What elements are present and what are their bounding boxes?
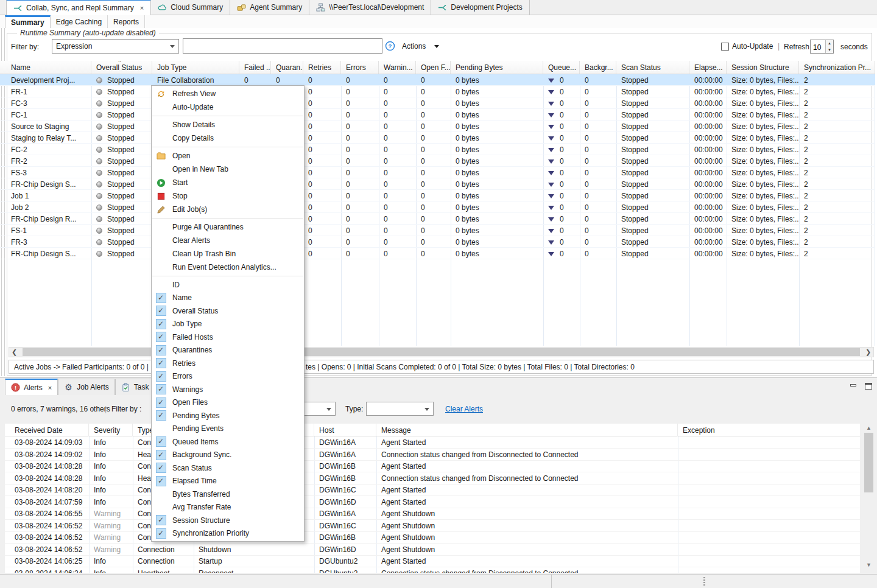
vertical-scrollbar[interactable]: ▲ ▼ [864,424,874,570]
clear-alerts-link[interactable]: Clear Alerts [445,405,483,413]
column-header-name[interactable]: Name [6,61,91,74]
tab-edge-caching[interactable]: Edge Caching [51,15,108,28]
tab-job-alerts[interactable]: ⚙Job Alerts [58,379,115,395]
column-header-message[interactable]: Message [376,424,678,436]
table-row[interactable]: FR-1Stopped00000 bytes00Stopped00:00:00S… [0,86,875,97]
column-header-scan_status[interactable]: Scan Status [616,61,689,74]
scroll-down-icon[interactable]: ▼ [864,561,874,570]
column-header-queued[interactable]: Queue... [543,61,580,74]
column-header-failed[interactable]: Failed ... [239,61,271,74]
menu-item-stop[interactable]: Stop [152,189,304,203]
table-row[interactable]: Job 1Stopped00000 bytes00Stopped00:00:00… [0,190,875,201]
table-row[interactable]: Source to StagingStopped00000 bytes00Sto… [0,121,875,132]
table-row[interactable]: FC-1Stopped00000 bytes00Stopped00:00:00S… [0,109,875,121]
alert-row[interactable]: 03-08-2024 14:08:28InfoHeartbeatDGWin16B… [5,472,860,485]
menu-column-toggle-queued-items[interactable]: ✓Queued Items [152,435,304,449]
table-row[interactable]: FR-Chip Design S...Stopped00000 bytes00S… [0,178,875,190]
column-header-exception[interactable]: Exception [678,424,860,436]
table-row[interactable]: FR-Chip Design R...Stopped00000 bytes00S… [0,213,875,225]
alert-row[interactable]: 03-08-2024 14:09:03InfoConnectionDGWin16… [5,436,860,449]
spin-up-icon[interactable]: ▲ [826,40,833,47]
alert-row[interactable]: 03-08-2024 14:06:52WarningConnectionShut… [5,544,860,556]
menu-item-refresh-view[interactable]: Refresh View [152,87,304,100]
help-icon[interactable]: ? [385,41,395,51]
scroll-up-icon[interactable]: ▲ [864,424,874,433]
menu-column-toggle-quarantines[interactable]: ✓Quarantines [152,344,304,357]
table-row[interactable]: Development Proj...StoppedFile Collabora… [0,74,875,86]
filter-expression-input[interactable] [183,38,382,54]
table-row[interactable]: FR-Chip Design S...Stopped00000 bytes00S… [0,248,875,259]
column-header-job_type[interactable]: Job Type [152,61,239,74]
column-header-open_files[interactable]: Open F... [416,61,451,74]
menu-column-toggle-name[interactable]: ✓Name [152,292,304,305]
scrollbar-thumb[interactable] [864,433,873,492]
menu-column-toggle-background-sync[interactable]: ✓Background Sync. [152,449,304,462]
menu-column-toggle-avg-transfer-rate[interactable]: Avg Transfer Rate [152,501,304,514]
alert-row[interactable]: 03-08-2024 14:06:55WarningConnectionDGWi… [5,508,860,520]
tab-agent-summary[interactable]: Agent Summary [230,0,309,15]
menu-item-open-in-new-tab[interactable]: Open in New Tab [152,163,304,176]
menu-column-toggle-bytes-transferred[interactable]: Bytes Transferred [152,488,304,501]
alert-row[interactable]: 03-08-2024 14:08:28InfoConnectionDGWin16… [5,460,860,472]
actions-menu-button[interactable]: Actions [402,42,439,51]
alert-row[interactable]: 03-08-2024 14:08:20InfoConnectionDGWin16… [5,484,860,496]
spin-down-icon[interactable]: ▼ [826,47,833,54]
minimize-button[interactable] [850,383,860,391]
menu-column-toggle-scan-status[interactable]: ✓Scan Status [152,461,304,475]
table-row[interactable]: FS-3Stopped00000 bytes00Stopped00:00:00S… [0,167,875,178]
menu-column-toggle-job-type[interactable]: ✓Job Type [152,318,304,331]
alert-row[interactable]: 03-08-2024 14:06:52WarningConnectionDGWi… [5,531,860,544]
menu-item-start[interactable]: Start [152,176,304,189]
menu-column-toggle-pending-events[interactable]: Pending Events [152,422,304,436]
tab-collab-sync-and-repl-summary[interactable]: Collab, Sync, and Repl Summary× [6,0,151,15]
column-header-pending_bytes[interactable]: Pending Bytes [451,61,543,74]
tab-peertest-local-development[interactable]: \\PeerTest.local\Development [309,0,431,15]
alert-row[interactable]: 03-08-2024 14:09:02InfoHeartbeatDGWin16A… [5,449,860,461]
menu-column-toggle-synchronization-priority[interactable]: ✓Synchronization Priority [152,527,304,541]
menu-column-toggle-session-structure[interactable]: ✓Session Structure [152,514,304,527]
column-header-session[interactable]: Session Structure [727,61,799,74]
tab-summary[interactable]: Summary [5,15,51,28]
splitter-grip[interactable] [703,577,705,586]
tab-cloud-summary[interactable]: Cloud Summary [151,0,230,15]
table-row[interactable]: FC-2Stopped00000 bytes00Stopped00:00:00S… [0,144,875,155]
filter-mode-select[interactable]: Expression [52,39,179,54]
menu-item-edit-job-s[interactable]: Edit Job(s) [152,203,304,216]
menu-column-toggle-id[interactable]: ID [152,278,304,292]
alert-row[interactable]: 03-08-2024 14:06:52WarningConnectionDGWi… [5,520,860,532]
menu-column-toggle-warnings[interactable]: ✓Warnings [152,383,304,396]
column-header-sync_priority[interactable]: Synchronization Pr... [799,61,875,74]
column-header-warnings[interactable]: Warnin... [379,61,416,74]
menu-column-toggle-elapsed-time[interactable]: ✓Elapsed Time [152,475,304,488]
menu-item-run-event-detection-analytics[interactable]: Run Event Detection Analytics... [152,261,304,274]
table-row[interactable]: Job 2Stopped00000 bytes00Stopped00:00:00… [0,201,875,213]
refresh-interval-spinner[interactable]: ▲▼ [810,40,834,54]
alert-row[interactable]: 03-08-2024 14:06:25InfoConnectionStartup… [5,555,860,567]
menu-column-toggle-errors[interactable]: ✓Errors [152,370,304,383]
menu-item-clean-up-trash-bin[interactable]: Clean Up Trash Bin [152,247,304,261]
column-header-status[interactable]: Overall Status^ [91,61,152,74]
column-header-background[interactable]: Backgr... [580,61,616,74]
column-header-quarantines[interactable]: Quaran... [271,61,303,74]
close-icon[interactable]: × [140,4,144,12]
column-header-host[interactable]: Host [314,424,376,436]
table-row[interactable]: FC-3Stopped00000 bytes00Stopped00:00:00S… [0,97,875,109]
menu-item-purge-all-quarantines[interactable]: Purge All Quarantines [152,220,304,234]
menu-column-toggle-open-files[interactable]: ✓Open Files [152,396,304,410]
menu-column-toggle-pending-bytes[interactable]: ✓Pending Bytes [152,409,304,422]
tab-reports[interactable]: Reports [108,15,145,28]
menu-item-copy-details[interactable]: Copy Details [152,131,304,145]
horizontal-scrollbar[interactable]: ❮ ❯ [9,347,874,357]
auto-update-toggle[interactable]: Auto-Update [721,42,773,51]
table-row[interactable]: FS-1Stopped00000 bytes00Stopped00:00:00S… [0,225,875,236]
column-header-elapsed[interactable]: Elapse... [689,61,727,74]
menu-column-toggle-retries[interactable]: ✓Retries [152,357,304,370]
alerts-type-select[interactable] [366,402,434,416]
column-header-errors[interactable]: Errors [341,61,379,74]
table-row[interactable]: FR-2Stopped00000 bytes00Stopped00:00:00S… [0,155,875,167]
spinner-buttons[interactable]: ▲▼ [825,40,833,53]
maximize-button[interactable] [865,383,875,391]
refresh-interval-input[interactable] [811,40,825,53]
menu-item-clear-alerts[interactable]: Clear Alerts [152,234,304,247]
scroll-left-icon[interactable]: ❮ [9,348,19,357]
